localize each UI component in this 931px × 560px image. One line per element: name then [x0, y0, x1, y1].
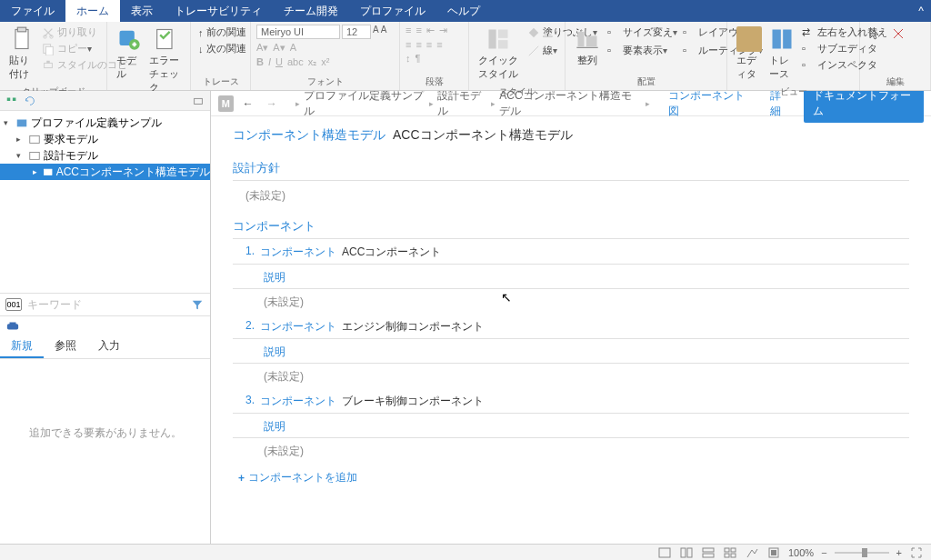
- crumb-acc[interactable]: ACCコンポーネント構造モデル: [499, 91, 642, 119]
- indent-icon[interactable]: ⇥: [439, 25, 447, 36]
- status-view1-icon[interactable]: [657, 545, 672, 560]
- zoom-out-button[interactable]: −: [821, 547, 826, 558]
- component-2-heading[interactable]: 2.コンポーネントエンジン制御コンポーネント: [233, 314, 909, 339]
- nav-back-button[interactable]: ←: [239, 95, 257, 112]
- trace-view-button[interactable]: トレース: [766, 25, 798, 83]
- tree-root[interactable]: ▾プロファイル定義サンプル: [0, 115, 210, 131]
- collapse-ribbon-icon[interactable]: [896, 0, 911, 22]
- keyword-search: 001: [0, 293, 210, 315]
- svg-rect-36: [725, 554, 729, 557]
- tree-root-label: プロファイル定義サンプル: [31, 115, 162, 131]
- paste-button[interactable]: 貼り付け: [5, 25, 38, 83]
- number-list-icon[interactable]: ≡: [415, 25, 421, 36]
- underline-button[interactable]: U: [275, 56, 283, 68]
- keyword-input[interactable]: [22, 296, 190, 313]
- svg-rect-24: [30, 136, 40, 144]
- font-grow-icon[interactable]: A: [373, 25, 379, 39]
- tree-design-label: 設計モデル: [44, 148, 98, 164]
- qa-tab-input[interactable]: 入力: [87, 335, 131, 358]
- italic-button[interactable]: I: [268, 56, 271, 68]
- status-view2-icon[interactable]: [679, 545, 694, 560]
- component-3-desc-heading: 説明: [233, 414, 909, 438]
- next-relation-button[interactable]: ↓ 次の関連: [196, 41, 248, 56]
- component-1-heading[interactable]: 1.コンポーネントACCコンポーネント: [233, 239, 909, 265]
- tree-design[interactable]: ▾設計モデル: [0, 147, 210, 164]
- superscript-button[interactable]: x²: [321, 56, 329, 68]
- position-button[interactable]: ▫要素表示▾: [606, 43, 679, 58]
- resize-button[interactable]: ▫サイズ変え▾: [606, 25, 679, 40]
- close-icon[interactable]: [891, 26, 906, 41]
- component-3-desc-unset[interactable]: (未設定): [233, 438, 909, 463]
- qa-tab-ref[interactable]: 参照: [44, 335, 87, 358]
- sidebar: ▾プロファイル定義サンプル ▸要求モデル ▾設計モデル ▸ACCコンポーネント構…: [0, 91, 211, 544]
- tab-home[interactable]: ホーム: [65, 0, 120, 22]
- svg-rect-23: [17, 120, 27, 127]
- nav-forward-button[interactable]: →: [263, 95, 281, 112]
- tree-filter-icon[interactable]: [192, 95, 205, 107]
- bullet-list-icon[interactable]: ≡: [405, 25, 411, 36]
- status-view6-icon[interactable]: [766, 545, 781, 560]
- align-button[interactable]: 整列: [571, 25, 604, 69]
- status-view3-icon[interactable]: [701, 545, 716, 560]
- add-component-link[interactable]: +コンポーネントを追加: [233, 463, 909, 485]
- highlight-icon[interactable]: A▾: [273, 42, 285, 54]
- outdent-icon[interactable]: ⇤: [426, 25, 435, 36]
- search-mode-icon[interactable]: 001: [5, 298, 22, 311]
- prev-relation-label: 前の関連: [206, 25, 246, 39]
- search-filter-icon[interactable]: [190, 298, 205, 311]
- tree-sync-icon[interactable]: [24, 95, 36, 107]
- prev-relation-button[interactable]: ↑ 前の関連: [196, 25, 248, 40]
- subscript-button[interactable]: x₂: [308, 56, 317, 68]
- crumb-design[interactable]: 設計モデル: [437, 91, 488, 119]
- align-center-icon[interactable]: ≡: [415, 39, 421, 50]
- error-check-button[interactable]: エラーチェック: [145, 25, 185, 96]
- bold-button[interactable]: B: [256, 56, 264, 68]
- quick-access-icon[interactable]: [5, 319, 20, 332]
- component-3-heading[interactable]: 3.コンポーネントブレーキ制御コンポーネント: [233, 388, 909, 414]
- quick-style-button[interactable]: クイック スタイル: [475, 25, 522, 83]
- tree-acc[interactable]: ▸ACCコンポーネント構造モデル: [0, 164, 210, 180]
- font-shrink-icon[interactable]: A: [381, 25, 387, 39]
- component-2-desc-unset[interactable]: (未設定): [233, 364, 909, 388]
- tab-view[interactable]: 表示: [120, 0, 164, 22]
- tab-team[interactable]: チーム開発: [273, 0, 349, 22]
- tree-collapse-icon[interactable]: [5, 95, 18, 107]
- tab-file[interactable]: ファイル: [0, 0, 65, 22]
- quick-style-label: クイック スタイル: [478, 54, 518, 81]
- align-left-icon[interactable]: ≡: [405, 39, 411, 50]
- line-spacing-icon[interactable]: ↕: [405, 53, 411, 64]
- zoom-label: 100%: [788, 547, 814, 558]
- tree-acc-label: ACCコンポーネント構造モデル: [56, 165, 210, 180]
- component-1-num: 1.: [245, 245, 255, 260]
- tab-help[interactable]: ヘルプ: [436, 0, 491, 22]
- font-color-icon[interactable]: A▾: [256, 42, 268, 54]
- policy-unset[interactable]: (未設定): [233, 181, 909, 207]
- component-1-desc-unset[interactable]: (未設定): [233, 289, 909, 314]
- strike-button[interactable]: abc: [287, 56, 304, 68]
- tab-trace[interactable]: トレーサビリティ: [164, 0, 273, 22]
- clear-format-icon[interactable]: A: [290, 42, 296, 54]
- zoom-in-button[interactable]: +: [896, 547, 902, 558]
- cut-label: 切り取り: [57, 25, 97, 39]
- font-name-select[interactable]: Meiryo UI: [256, 25, 340, 39]
- status-view4-icon[interactable]: [723, 545, 737, 560]
- crumb-root[interactable]: プロファイル定義サンプル: [304, 91, 425, 119]
- svg-rect-20: [7, 97, 11, 101]
- qa-tab-new[interactable]: 新規: [0, 335, 44, 358]
- status-fit-icon[interactable]: [909, 545, 924, 560]
- svg-rect-28: [10, 323, 16, 325]
- status-view5-icon[interactable]: [745, 545, 759, 560]
- help-icon[interactable]: ^: [911, 0, 931, 22]
- model-button[interactable]: モデル: [113, 25, 145, 83]
- menu-bar: ファイル ホーム 表示 トレーサビリティ チーム開発 プロファイル ヘルプ ^: [0, 0, 931, 22]
- font-size-select[interactable]: 12: [342, 25, 371, 39]
- zoom-slider[interactable]: [835, 552, 889, 554]
- editor-button[interactable]: エディタ: [733, 25, 766, 83]
- tree-req[interactable]: ▸要求モデル: [0, 131, 210, 147]
- para-marks-icon[interactable]: ¶: [415, 53, 421, 64]
- tab-profile[interactable]: プロファイル: [349, 0, 436, 22]
- resize-label: サイズ変え: [623, 25, 673, 39]
- justify-icon[interactable]: ≡: [436, 39, 442, 50]
- pointer-icon[interactable]: [867, 26, 882, 41]
- align-right-icon[interactable]: ≡: [426, 39, 432, 50]
